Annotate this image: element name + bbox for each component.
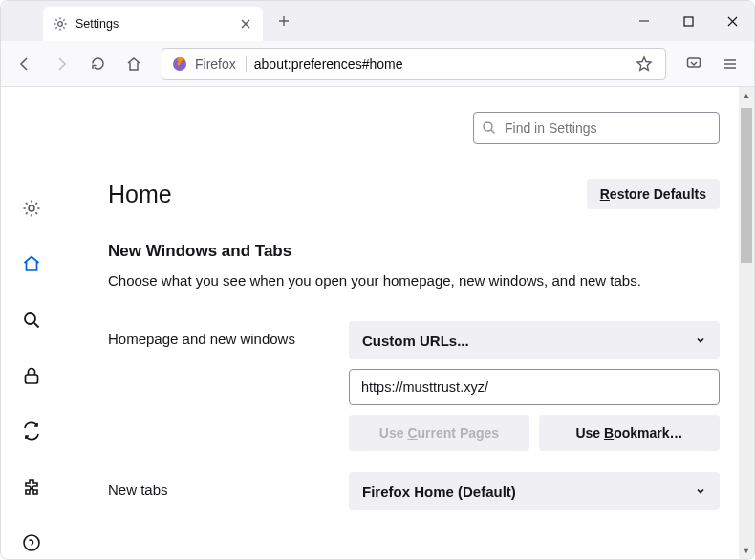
new-tab-button[interactable]	[270, 8, 297, 34]
use-current-button[interactable]: Use Current Pages	[349, 415, 529, 451]
newtabs-select[interactable]: Firefox Home (Default)	[349, 472, 720, 510]
section-title: New Windows and Tabs	[108, 242, 720, 261]
scrollbar[interactable]: ▲ ▼	[739, 87, 754, 559]
page-title-row: Home Restore Defaults	[108, 179, 720, 209]
homepage-select[interactable]: Custom URLs...	[349, 321, 720, 359]
svg-rect-1	[684, 17, 693, 26]
main-panel: Home Restore Defaults New Windows and Ta…	[62, 87, 754, 559]
titlebar: Settings	[1, 1, 754, 41]
newtabs-row: New tabs Firefox Home (Default)	[108, 472, 720, 510]
sidebar	[1, 87, 62, 559]
tab-title: Settings	[76, 17, 230, 31]
close-icon[interactable]	[238, 16, 253, 32]
sidebar-item-privacy[interactable]	[14, 359, 49, 392]
pocket-button[interactable]	[678, 48, 710, 80]
chevron-down-icon	[695, 484, 706, 500]
svg-rect-6	[26, 375, 38, 383]
homepage-select-value: Custom URLs...	[362, 333, 469, 349]
homepage-label: Homepage and new windows	[108, 321, 349, 347]
page-title: Home	[108, 181, 172, 208]
sidebar-item-help[interactable]	[14, 527, 49, 559]
firefox-icon	[172, 56, 187, 72]
svg-point-4	[29, 205, 34, 211]
maximize-button[interactable]	[666, 2, 710, 40]
homepage-row: Homepage and new windows Custom URLs... …	[108, 321, 720, 451]
sidebar-item-sync[interactable]	[14, 415, 49, 447]
browser-tab[interactable]: Settings	[43, 7, 263, 41]
bookmark-star-icon[interactable]	[633, 53, 656, 75]
settings-icon	[53, 16, 68, 32]
forward-button[interactable]	[45, 48, 77, 80]
search-input[interactable]	[473, 112, 720, 144]
url-text: about:preferences#home	[254, 56, 633, 72]
window-close-button[interactable]	[710, 2, 754, 40]
scroll-thumb[interactable]	[741, 108, 752, 263]
sidebar-item-home[interactable]	[14, 248, 49, 280]
toolbar: Firefox about:preferences#home	[1, 41, 754, 87]
restore-defaults-button[interactable]: Restore Defaults	[587, 179, 720, 209]
newtabs-select-value: Firefox Home (Default)	[362, 484, 516, 500]
content: Home Restore Defaults New Windows and Ta…	[1, 87, 754, 559]
homepage-url-input[interactable]	[349, 369, 720, 405]
scroll-up-icon[interactable]: ▲	[739, 87, 754, 104]
sidebar-item-search[interactable]	[14, 304, 49, 336]
minimize-button[interactable]	[622, 2, 666, 40]
menu-button[interactable]	[714, 48, 746, 80]
svg-point-5	[25, 313, 35, 324]
url-identity: Firefox	[195, 56, 247, 72]
url-bar[interactable]: Firefox about:preferences#home	[162, 48, 666, 80]
scroll-down-icon[interactable]: ▼	[739, 542, 754, 559]
svg-point-0	[58, 22, 63, 27]
use-bookmark-button[interactable]: Use Bookmark…	[539, 415, 720, 451]
chevron-down-icon	[695, 333, 706, 349]
svg-point-8	[484, 122, 492, 131]
sidebar-item-extensions[interactable]	[14, 470, 49, 503]
newtabs-label: New tabs	[108, 472, 349, 498]
search-icon	[482, 120, 496, 139]
section-description: Choose what you see when you open your h…	[108, 272, 720, 289]
window-controls	[622, 2, 754, 40]
sidebar-item-general[interactable]	[14, 192, 49, 225]
back-button[interactable]	[9, 48, 41, 80]
reload-button[interactable]	[81, 48, 114, 80]
home-button[interactable]	[118, 48, 150, 80]
